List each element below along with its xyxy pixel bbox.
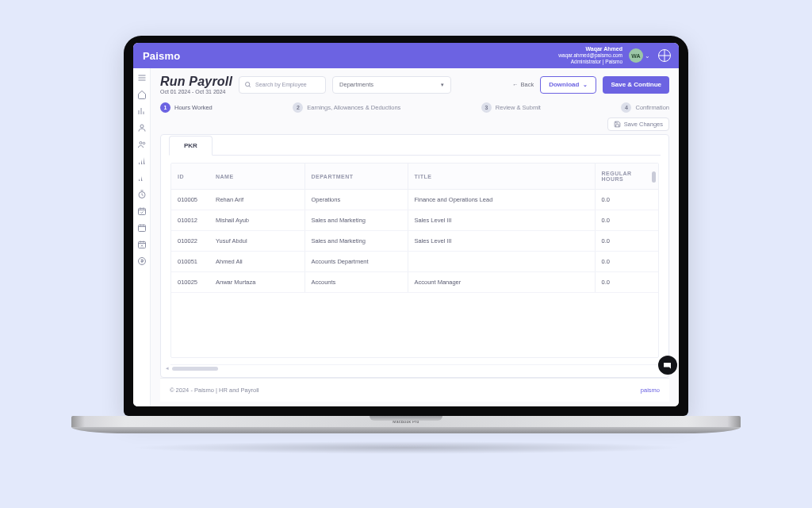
- cell-hours: 0.0: [595, 231, 658, 252]
- step-hours-worked[interactable]: 1Hours Worked: [160, 102, 213, 113]
- scroll-thumb[interactable]: [172, 367, 218, 371]
- cell-title: Account Manager: [408, 272, 595, 293]
- svg-point-2: [143, 142, 145, 144]
- cell-department: Accounts: [304, 272, 408, 293]
- payroll-card: PKR ID NAME DEPARTMENT TITLE: [160, 134, 669, 378]
- app-topbar: Paismo Waqar Ahmed waqar.ahmed@paismo.co…: [133, 43, 679, 68]
- team-icon[interactable]: [137, 140, 147, 149]
- svg-point-8: [246, 83, 250, 87]
- svg-rect-4: [138, 209, 145, 215]
- cell-id: 010005: [171, 190, 209, 210]
- step-review[interactable]: 3Review & Submit: [481, 102, 541, 113]
- cell-hours: 0.0: [595, 272, 658, 293]
- chevron-down-icon: ▾: [441, 82, 444, 88]
- col-title[interactable]: TITLE: [408, 164, 595, 190]
- step-confirmation[interactable]: 4Confirmation: [621, 102, 669, 113]
- cell-name: Anwar Murtaza: [209, 272, 304, 293]
- cell-title: [408, 252, 595, 272]
- user-name: Waqar Ahmed: [558, 46, 622, 53]
- col-department[interactable]: DEPARTMENT: [304, 164, 408, 190]
- footer: © 2024 - Paismo | HR and Payroll paismo: [160, 378, 669, 402]
- cell-department: Accounts Department: [304, 252, 408, 272]
- back-button[interactable]: ← Back: [512, 81, 534, 88]
- stepper: 1Hours Worked 2Earnings, Allowances & De…: [160, 102, 669, 113]
- cell-department: Sales and Marketing: [304, 210, 408, 231]
- cell-id: 010022: [171, 231, 209, 252]
- arrow-left-icon: ←: [512, 81, 519, 88]
- svg-rect-5: [138, 225, 145, 232]
- cell-name: Mishail Ayub: [209, 210, 304, 231]
- cell-department: Sales and Marketing: [304, 231, 408, 252]
- footer-link[interactable]: paismo: [641, 387, 660, 394]
- timer-icon[interactable]: [137, 190, 147, 199]
- chat-icon: [663, 360, 672, 370]
- user-email: waqar.ahmed@paismo.com: [558, 52, 622, 59]
- departments-label: Departments: [339, 81, 373, 88]
- step-earnings[interactable]: 2Earnings, Allowances & Deductions: [293, 102, 400, 113]
- payroll-table[interactable]: ID NAME DEPARTMENT TITLE REGULAR HOURS 0…: [170, 163, 659, 358]
- home-icon[interactable]: [137, 90, 147, 99]
- col-id[interactable]: ID: [171, 164, 209, 190]
- search-placeholder: Search by Employee: [255, 82, 307, 87]
- table-row[interactable]: 010025Anwar MurtazaAccountsAccount Manag…: [171, 272, 658, 293]
- chevron-down-icon[interactable]: ⌄: [645, 52, 650, 60]
- cell-title: Sales Level III: [408, 231, 595, 252]
- scroll-left-icon[interactable]: ◂: [166, 365, 169, 371]
- cell-hours: 0.0: [595, 252, 658, 272]
- date-range: Oct 01 2024 - Oct 31 2024: [160, 89, 232, 94]
- table-row[interactable]: 010012Mishail AyubSales and MarketingSal…: [171, 210, 658, 231]
- cell-hours: 0.0: [595, 190, 658, 210]
- sidebar: [133, 68, 151, 406]
- departments-select[interactable]: Departments ▾: [332, 76, 451, 94]
- menu-collapse-icon[interactable]: [137, 73, 147, 83]
- cell-department: Operations: [304, 190, 408, 210]
- svg-point-1: [140, 142, 142, 144]
- globe-icon[interactable]: [658, 49, 671, 62]
- user-info[interactable]: Waqar Ahmed waqar.ahmed@paismo.com Admin…: [558, 46, 622, 66]
- search-input[interactable]: Search by Employee: [239, 76, 326, 94]
- save-icon: [614, 121, 621, 128]
- save-changes-button[interactable]: Save Changes: [607, 117, 669, 131]
- download-button[interactable]: Download ⌄: [540, 76, 596, 94]
- table-row[interactable]: 010005Rehan ArifOperationsFinance and Op…: [171, 190, 658, 210]
- calendar-icon[interactable]: [137, 223, 147, 233]
- table-row[interactable]: 010022Yusuf AbdulSales and MarketingSale…: [171, 231, 658, 252]
- currency-icon[interactable]: [137, 256, 147, 266]
- calendar-x-icon[interactable]: [137, 240, 147, 249]
- signal-icon[interactable]: [137, 156, 147, 166]
- cell-title: Sales Level III: [408, 210, 595, 231]
- cell-hours: 0.0: [595, 210, 658, 231]
- cell-name: Yusuf Abdul: [209, 231, 304, 252]
- page-title: Run Payroll: [160, 75, 232, 89]
- cell-id: 010051: [171, 252, 209, 272]
- chevron-down-icon: ⌄: [583, 82, 588, 88]
- calendar-check-icon[interactable]: [137, 206, 147, 216]
- cell-id: 010025: [171, 272, 209, 293]
- cell-name: Rehan Arif: [209, 190, 304, 210]
- cell-id: 010012: [171, 210, 209, 231]
- cell-name: Ahmed Ali: [209, 252, 304, 272]
- avatar[interactable]: WA: [629, 48, 643, 63]
- svg-point-0: [140, 125, 144, 128]
- brand-logo: Paismo: [143, 50, 180, 62]
- save-continue-button[interactable]: Save & Continue: [603, 76, 669, 94]
- table-row[interactable]: 010051Ahmed AliAccounts Department0.0: [171, 252, 658, 272]
- user-role: Administrator | Paismo: [558, 59, 622, 65]
- user-icon[interactable]: [137, 123, 147, 133]
- footer-copyright: © 2024 - Paismo | HR and Payroll: [170, 387, 259, 394]
- svg-rect-6: [138, 242, 145, 248]
- search-icon: [244, 81, 251, 88]
- horizontal-scrollbar[interactable]: ◂ ▸: [170, 364, 659, 371]
- vertical-scrollbar[interactable]: [652, 171, 656, 183]
- chat-widget[interactable]: [658, 356, 677, 375]
- analytics-icon[interactable]: [137, 106, 147, 116]
- col-name[interactable]: NAME: [209, 164, 304, 190]
- tab-currency[interactable]: PKR: [169, 136, 213, 156]
- cell-title: Finance and Operations Lead: [408, 190, 595, 210]
- signal-alt-icon[interactable]: [137, 173, 147, 183]
- col-hours[interactable]: REGULAR HOURS: [595, 164, 658, 190]
